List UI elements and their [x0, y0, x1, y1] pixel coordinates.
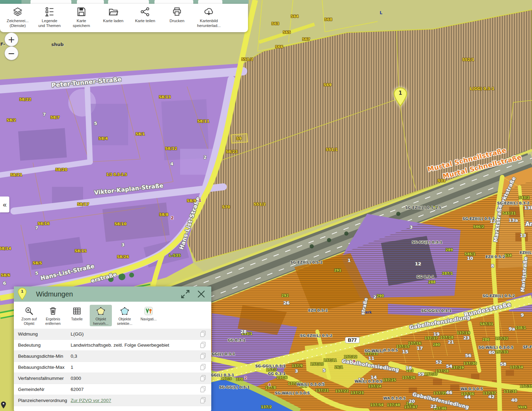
download-cloud-icon — [204, 7, 214, 17]
tab-stub[interactable] — [154, 0, 193, 4]
field-label: Verfahrensfallnummer — [18, 376, 71, 381]
copy-icon[interactable] — [199, 330, 207, 338]
map-marker-pin[interactable]: 1 — [393, 87, 408, 109]
tab-stub[interactable] — [198, 0, 222, 4]
field-label: Planzeichenverordnung — [18, 398, 71, 403]
folder-open-icon — [108, 7, 118, 17]
popup-tool-label: Zoom auf Objekt — [21, 317, 37, 326]
select-polygon-icon — [120, 306, 130, 316]
popup-marker-pin-icon: 1 — [17, 287, 27, 301]
sidebar-collapse-button[interactable]: « — [0, 197, 9, 212]
popup-title: Widmungen — [36, 290, 73, 298]
highlight-polygon-icon — [96, 306, 106, 316]
tab-stub[interactable] — [77, 0, 104, 4]
toolbar-button-layers[interactable]: Zeichenrei... (Dienste) — [3, 7, 33, 28]
popup-tool-label: Navigati... — [141, 317, 157, 321]
trash-icon — [48, 306, 58, 316]
field-value: Landwirtschaftsgeb. zeitl. Folge Gewerbe… — [71, 342, 199, 348]
top-tab-strip — [0, 0, 249, 4]
toolbar-button-label: Drucken — [170, 18, 185, 23]
toolbar-button-label: Zeichenrei... (Dienste) — [7, 18, 28, 28]
copy-icon[interactable] — [199, 385, 207, 394]
widmungen-popup: 1 Widmungen Zoom auf ObjektErgebnis entf… — [14, 286, 211, 411]
popup-tool-label: Objekt hervorh... — [93, 317, 108, 326]
popup-tool-zoom-magnifier[interactable]: Zoom auf Objekt — [18, 305, 40, 326]
attribute-row: Bebauungsdichte-Min0,3 — [14, 351, 211, 362]
save-icon — [76, 7, 87, 17]
attribute-row: Verfahrensfallnummer0300 — [14, 373, 211, 384]
zoom-out-button[interactable]: − — [5, 46, 18, 60]
copy-icon[interactable] — [199, 396, 207, 405]
popup-tool-label: Objekte selektie... — [117, 317, 132, 326]
zoom-magnifier-icon — [24, 306, 34, 316]
attribute-table: WidmungL(GG)BedeutungLandwirtschaftsgeb.… — [14, 328, 211, 406]
popup-tool-navigation[interactable]: Navigati... — [138, 305, 160, 322]
popup-tool-label: Ergebnis entfernen — [45, 317, 61, 326]
copy-icon[interactable] — [199, 341, 207, 349]
popup-header: 1 Widmungen — [14, 286, 211, 302]
toolbar-button-label: Legende und Themen — [38, 18, 61, 28]
field-value: 0,3 — [71, 354, 199, 359]
toolbar-button-label: Kartenbild herunterlad... — [197, 18, 221, 28]
popup-marker-number: 1 — [17, 289, 27, 294]
map-toolbar: Zeichenrei... (Dienste)Legende und Theme… — [0, 4, 248, 32]
toolbar-button-label: Karte laden — [103, 18, 124, 23]
copy-icon[interactable] — [199, 363, 207, 372]
parcel-59-box — [231, 134, 248, 143]
layers-icon — [12, 7, 23, 17]
printer-icon — [172, 7, 182, 17]
navigation-icon — [144, 306, 153, 316]
toolbar-button-folder-open[interactable]: Karte laden — [98, 7, 128, 23]
toolbar-button-printer[interactable]: Drucken — [162, 7, 192, 23]
expand-icon[interactable] — [180, 289, 190, 300]
pzvo-link[interactable]: Zur PZVO vor 2007 — [71, 398, 199, 403]
toolbar-button-download-cloud[interactable]: Kartenbild herunterlad... — [194, 7, 224, 28]
field-label: Widmung — [18, 331, 71, 337]
marker-number: 1 — [393, 90, 408, 96]
toolbar-button-legend[interactable]: Legende und Themen — [35, 7, 64, 28]
copy-icon[interactable] — [199, 374, 207, 383]
attribute-row: GemeindeNr62007 — [14, 384, 211, 395]
share-icon — [140, 7, 150, 17]
popup-tool-select-polygon[interactable]: Objekte selektie... — [114, 305, 136, 326]
field-label: Bebauungsdichte-Min — [18, 354, 71, 359]
field-value: 0300 — [71, 376, 199, 381]
tab-stub[interactable] — [30, 0, 71, 4]
toolbar-button-label: Karte teilen — [135, 18, 155, 23]
toolbar-button-share[interactable]: Karte teilen — [130, 7, 160, 23]
close-icon[interactable] — [196, 289, 206, 300]
toolbar-button-save[interactable]: Karte speichern — [66, 7, 96, 28]
field-label: GemeindeNr — [18, 387, 71, 392]
attribute-row: PlanzeichenverordnungZur PZVO vor 2007 — [14, 395, 211, 406]
field-value: L(GG) — [71, 331, 199, 337]
home-tab-stub[interactable] — [0, 0, 21, 4]
zoom-in-button[interactable]: + — [5, 33, 18, 46]
legend-icon — [44, 7, 55, 17]
attribute-row: BedeutungLandwirtschaftsgeb. zeitl. Folg… — [14, 340, 211, 351]
popup-tool-highlight-polygon[interactable]: Objekt hervorh... — [90, 305, 112, 326]
field-label: Bebauungsdichte-Max — [18, 365, 71, 370]
field-value: 1 — [71, 365, 199, 370]
popup-tool-label: Tabelle — [71, 317, 82, 321]
tab-stub[interactable] — [108, 0, 149, 4]
mini-marker-icon — [1, 401, 6, 410]
field-value: 62007 — [71, 387, 199, 392]
table-icon — [72, 306, 82, 316]
attribute-row: Bebauungsdichte-Max1 — [14, 362, 211, 373]
attribute-row: WidmungL(GG) — [14, 329, 211, 340]
copy-icon[interactable] — [199, 352, 207, 360]
field-label: Bedeutung — [18, 342, 71, 348]
popup-toolbar: Zoom auf ObjektErgebnis entfernenTabelle… — [14, 302, 211, 328]
toolbar-button-label: Karte speichern — [73, 18, 90, 28]
popup-tool-trash[interactable]: Ergebnis entfernen — [42, 305, 64, 326]
popup-tool-table[interactable]: Tabelle — [66, 305, 88, 322]
